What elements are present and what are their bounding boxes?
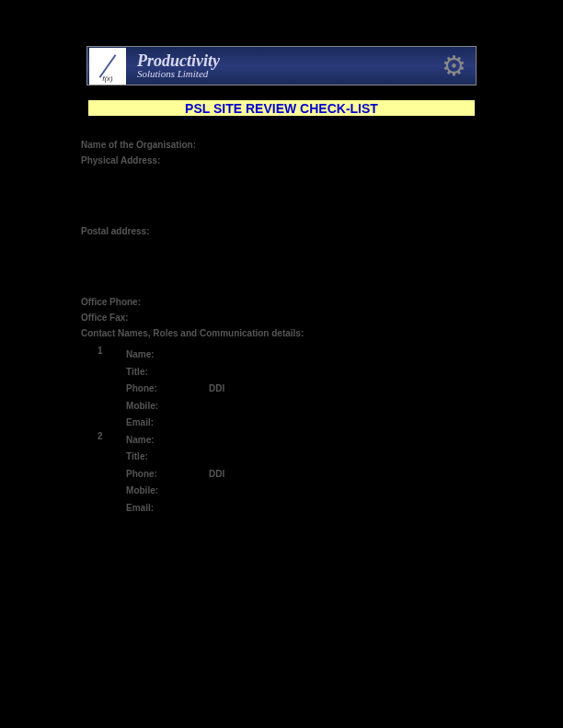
contact-2-mobile-label: Mobile: — [126, 483, 209, 499]
contact-1: 1 Name: Title: Phone:DDI Mobile: Email: — [98, 346, 486, 431]
header-banner: f(x) Productivity Solutions Limited ⚙ — [86, 46, 477, 85]
physical-address-label: Physical Address: — [81, 154, 160, 168]
contact-2-ddi-label: DDI — [209, 469, 224, 479]
contact-2-title-label: Title: — [126, 449, 209, 465]
form-content: Name of the Organisation: Physical Addre… — [81, 138, 486, 516]
contacts-heading: Contact Names, Roles and Communication d… — [81, 326, 304, 341]
banner-text-block: Productivity Solutions Limited — [128, 52, 220, 79]
title-bar: PSL SITE REVIEW CHECK-LIST — [88, 100, 475, 116]
company-logo: f(x) — [89, 48, 126, 85]
contact-number-1: 1 — [98, 346, 123, 356]
contact-1-title-label: Title: — [126, 365, 209, 381]
gear-icon: ⚙ — [442, 50, 466, 82]
contact-2: 2 Name: Title: Phone:DDI Mobile: Email: — [98, 431, 486, 517]
company-name: Productivity — [137, 52, 220, 69]
contact-number-2: 2 — [98, 431, 123, 441]
org-name-label: Name of the Organisation: — [81, 138, 196, 153]
contact-2-email-label: Email: — [126, 501, 209, 517]
contact-1-ddi-label: DDI — [209, 383, 224, 393]
logo-text: f(x) — [102, 74, 113, 83]
contact-1-phone-label: Phone: — [126, 381, 209, 397]
contact-1-email-label: Email: — [126, 415, 209, 431]
office-phone-label: Office Phone: — [81, 295, 141, 310]
contact-1-mobile-label: Mobile: — [126, 399, 209, 415]
contact-2-phone-label: Phone: — [126, 467, 209, 483]
contact-2-name-label: Name: — [126, 433, 209, 449]
postal-address-label: Postal address: — [81, 224, 149, 239]
office-fax-label: Office Fax: — [81, 311, 129, 325]
contact-1-name-label: Name: — [126, 347, 209, 363]
document-title: PSL SITE REVIEW CHECK-LIST — [185, 101, 378, 116]
company-subtitle: Solutions Limited — [137, 69, 220, 79]
